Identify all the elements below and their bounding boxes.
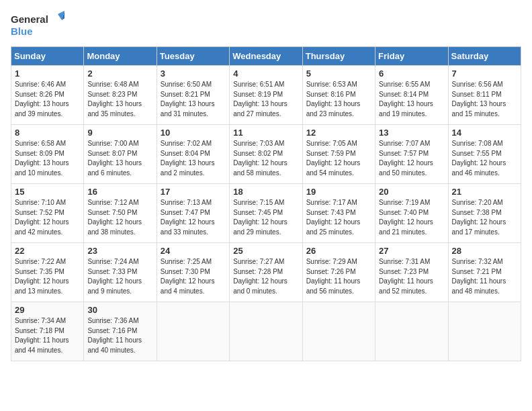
day-info: Sunrise: 7:07 AMSunset: 7:57 PMDaylight:…	[379, 139, 444, 178]
day-info: Sunrise: 6:58 AMSunset: 8:09 PMDaylight:…	[15, 139, 80, 178]
day-info: Sunrise: 6:48 AMSunset: 8:23 PMDaylight:…	[87, 80, 152, 119]
calendar-week-2: 8Sunrise: 6:58 AMSunset: 8:09 PMDaylight…	[11, 125, 521, 184]
header-tuesday: Tuesday	[157, 47, 229, 66]
calendar-cell: 26Sunrise: 7:29 AMSunset: 7:26 PMDayligh…	[302, 243, 375, 302]
day-info: Sunrise: 7:22 AMSunset: 7:35 PMDaylight:…	[15, 257, 80, 296]
day-number: 12	[306, 128, 371, 138]
header-row: Sunday Monday Tuesday Wednesday Thursday…	[11, 47, 521, 66]
day-number: 14	[452, 128, 517, 138]
calendar-cell: 1Sunrise: 6:46 AMSunset: 8:26 PMDaylight…	[11, 66, 84, 125]
calendar-cell	[302, 302, 375, 361]
day-info: Sunrise: 7:12 AMSunset: 7:50 PMDaylight:…	[87, 198, 152, 237]
day-info: Sunrise: 7:19 AMSunset: 7:40 PMDaylight:…	[379, 198, 444, 237]
calendar-cell: 9Sunrise: 7:00 AMSunset: 8:07 PMDaylight…	[84, 125, 157, 184]
day-number: 16	[87, 187, 152, 197]
calendar-cell: 22Sunrise: 7:22 AMSunset: 7:35 PMDayligh…	[11, 243, 84, 302]
day-info: Sunrise: 7:08 AMSunset: 7:55 PMDaylight:…	[452, 139, 517, 178]
day-info: Sunrise: 7:02 AMSunset: 8:04 PMDaylight:…	[161, 139, 226, 178]
calendar-cell	[375, 302, 448, 361]
calendar-cell: 20Sunrise: 7:19 AMSunset: 7:40 PMDayligh…	[375, 184, 448, 243]
header-sunday: Sunday	[11, 47, 84, 66]
calendar-cell: 3Sunrise: 6:50 AMSunset: 8:21 PMDaylight…	[157, 66, 229, 125]
calendar-week-4: 22Sunrise: 7:22 AMSunset: 7:35 PMDayligh…	[11, 243, 521, 302]
calendar-cell: 25Sunrise: 7:27 AMSunset: 7:28 PMDayligh…	[230, 243, 302, 302]
day-info: Sunrise: 7:25 AMSunset: 7:30 PMDaylight:…	[161, 257, 226, 296]
calendar-cell: 28Sunrise: 7:32 AMSunset: 7:21 PMDayligh…	[448, 243, 521, 302]
day-number: 2	[87, 68, 152, 79]
day-info: Sunrise: 7:34 AMSunset: 7:18 PMDaylight:…	[15, 316, 80, 355]
day-info: Sunrise: 6:46 AMSunset: 8:26 PMDaylight:…	[15, 80, 80, 119]
day-number: 26	[306, 246, 371, 256]
header-saturday: Saturday	[448, 47, 521, 66]
day-info: Sunrise: 7:05 AMSunset: 7:59 PMDaylight:…	[306, 139, 371, 178]
day-number: 3	[161, 68, 226, 79]
day-number: 22	[15, 246, 80, 256]
svg-text:General: General	[11, 13, 48, 25]
calendar-week-3: 15Sunrise: 7:10 AMSunset: 7:52 PMDayligh…	[11, 184, 521, 243]
logo-svg: General Blue	[11, 11, 64, 41]
day-info: Sunrise: 7:29 AMSunset: 7:26 PMDaylight:…	[306, 257, 371, 296]
day-number: 15	[15, 187, 80, 197]
day-number: 24	[161, 246, 226, 256]
calendar-cell: 24Sunrise: 7:25 AMSunset: 7:30 PMDayligh…	[157, 243, 229, 302]
day-number: 30	[87, 305, 152, 315]
day-info: Sunrise: 7:03 AMSunset: 8:02 PMDaylight:…	[233, 139, 298, 178]
calendar-table: Sunday Monday Tuesday Wednesday Thursday…	[11, 46, 521, 361]
header-wednesday: Wednesday	[230, 47, 302, 66]
day-info: Sunrise: 7:20 AMSunset: 7:38 PMDaylight:…	[452, 198, 517, 237]
day-number: 10	[161, 128, 226, 138]
day-number: 11	[233, 128, 298, 138]
day-number: 6	[379, 68, 444, 79]
calendar-cell: 14Sunrise: 7:08 AMSunset: 7:55 PMDayligh…	[448, 125, 521, 184]
day-info: Sunrise: 6:56 AMSunset: 8:11 PMDaylight:…	[452, 80, 517, 119]
calendar-cell: 2Sunrise: 6:48 AMSunset: 8:23 PMDaylight…	[84, 66, 157, 125]
calendar-week-1: 1Sunrise: 6:46 AMSunset: 8:26 PMDaylight…	[11, 66, 521, 125]
calendar-cell	[448, 302, 521, 361]
calendar-cell: 5Sunrise: 6:53 AMSunset: 8:16 PMDaylight…	[302, 66, 375, 125]
calendar-cell: 29Sunrise: 7:34 AMSunset: 7:18 PMDayligh…	[11, 302, 84, 361]
calendar-cell: 6Sunrise: 6:55 AMSunset: 8:14 PMDaylight…	[375, 66, 448, 125]
day-number: 1	[15, 68, 80, 79]
calendar-cell: 11Sunrise: 7:03 AMSunset: 8:02 PMDayligh…	[230, 125, 302, 184]
day-number: 18	[233, 187, 298, 197]
header: General Blue	[11, 11, 521, 41]
day-number: 4	[233, 68, 298, 79]
calendar-cell	[230, 302, 302, 361]
day-info: Sunrise: 7:31 AMSunset: 7:23 PMDaylight:…	[379, 257, 444, 296]
day-number: 20	[379, 187, 444, 197]
calendar-cell: 16Sunrise: 7:12 AMSunset: 7:50 PMDayligh…	[84, 184, 157, 243]
day-info: Sunrise: 7:00 AMSunset: 8:07 PMDaylight:…	[87, 139, 152, 178]
day-info: Sunrise: 7:13 AMSunset: 7:47 PMDaylight:…	[161, 198, 226, 237]
day-number: 28	[452, 246, 517, 256]
day-info: Sunrise: 6:50 AMSunset: 8:21 PMDaylight:…	[161, 80, 226, 119]
day-info: Sunrise: 7:15 AMSunset: 7:45 PMDaylight:…	[233, 198, 298, 237]
calendar-cell: 8Sunrise: 6:58 AMSunset: 8:09 PMDaylight…	[11, 125, 84, 184]
calendar-cell	[157, 302, 229, 361]
day-info: Sunrise: 7:17 AMSunset: 7:43 PMDaylight:…	[306, 198, 371, 237]
calendar-cell: 18Sunrise: 7:15 AMSunset: 7:45 PMDayligh…	[230, 184, 302, 243]
calendar-cell: 19Sunrise: 7:17 AMSunset: 7:43 PMDayligh…	[302, 184, 375, 243]
day-number: 17	[161, 187, 226, 197]
day-info: Sunrise: 7:10 AMSunset: 7:52 PMDaylight:…	[15, 198, 80, 237]
header-thursday: Thursday	[302, 47, 375, 66]
day-number: 7	[452, 68, 517, 79]
calendar-cell: 30Sunrise: 7:36 AMSunset: 7:16 PMDayligh…	[84, 302, 157, 361]
calendar-cell: 15Sunrise: 7:10 AMSunset: 7:52 PMDayligh…	[11, 184, 84, 243]
day-number: 23	[87, 246, 152, 256]
day-number: 29	[15, 305, 80, 315]
day-info: Sunrise: 7:32 AMSunset: 7:21 PMDaylight:…	[452, 257, 517, 296]
day-number: 25	[233, 246, 298, 256]
day-info: Sunrise: 6:55 AMSunset: 8:14 PMDaylight:…	[379, 80, 444, 119]
calendar-cell: 12Sunrise: 7:05 AMSunset: 7:59 PMDayligh…	[302, 125, 375, 184]
calendar-cell: 27Sunrise: 7:31 AMSunset: 7:23 PMDayligh…	[375, 243, 448, 302]
day-number: 13	[379, 128, 444, 138]
calendar-cell: 21Sunrise: 7:20 AMSunset: 7:38 PMDayligh…	[448, 184, 521, 243]
header-friday: Friday	[375, 47, 448, 66]
day-info: Sunrise: 7:36 AMSunset: 7:16 PMDaylight:…	[87, 316, 152, 355]
day-number: 21	[452, 187, 517, 197]
svg-text:Blue: Blue	[11, 26, 33, 37]
calendar-cell: 7Sunrise: 6:56 AMSunset: 8:11 PMDaylight…	[448, 66, 521, 125]
calendar-cell: 23Sunrise: 7:24 AMSunset: 7:33 PMDayligh…	[84, 243, 157, 302]
calendar-cell: 10Sunrise: 7:02 AMSunset: 8:04 PMDayligh…	[157, 125, 229, 184]
day-info: Sunrise: 7:24 AMSunset: 7:33 PMDaylight:…	[87, 257, 152, 296]
